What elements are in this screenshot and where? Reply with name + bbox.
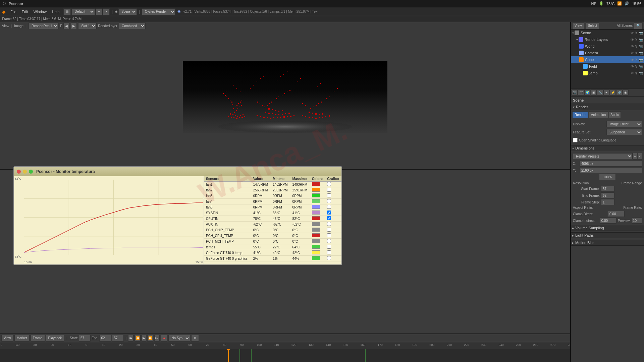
scene-props-btn[interactable]: 🎬 [578,89,584,96]
sensor-check[interactable] [325,222,341,227]
select-btn[interactable]: Select [586,22,600,29]
sensor-check[interactable] [325,227,341,233]
sensor-row[interactable]: SYSTIN41°C38°C41°C [204,210,341,216]
outliner-renderlayers[interactable]: ▾ RenderLayers 👁 🖱 📷 [571,36,644,43]
render-result-select[interactable]: Render Result [29,22,59,29]
layout-btn[interactable]: ⊞ [63,8,71,15]
sensor-row[interactable]: temp155°C22°C64°C [204,244,341,250]
prev-key-btn[interactable]: ⏪ [135,335,141,342]
sensor-row[interactable]: PCH_CHIP_TEMP0°C0°C0°C [204,227,341,233]
render-section-header[interactable]: ▾ Render [571,104,644,110]
sensor-row[interactable]: PCH_CPU_TEMP0°C0°C0°C [204,233,341,239]
play-start-btn[interactable]: ⏮ [128,335,133,342]
light-paths-header[interactable]: ▸ Light Paths [571,232,644,238]
render-engine-select[interactable]: Cycles Render [142,8,175,15]
preview-input[interactable] [632,218,642,224]
play-btn[interactable]: ▶ [142,335,146,342]
modifier-props-btn[interactable]: 🔧 [597,89,603,96]
res-pct-input[interactable] [599,174,616,180]
scene-select[interactable]: Scene [118,8,137,15]
render-props-btn[interactable]: 📷 [572,89,578,96]
sensor-row[interactable]: AUXTIN-62°C-62°C-62°C [204,222,341,227]
prev-frame-btn[interactable]: ◀ [63,22,69,29]
sensor-row[interactable]: GeForce GT 740 0 graphics2%1%44% [204,256,341,261]
sensor-row[interactable]: GeForce GT 740 0 temp41°C40°C42°C [204,250,341,256]
material-props-btn[interactable]: ◉ [623,89,629,96]
outliner-camera[interactable]: Camera 👁 🖱 📷 [571,50,644,56]
timeline-view-btn[interactable]: View [1,335,13,342]
end-frame-input[interactable] [99,335,111,342]
timeline-marker-btn[interactable]: Marker [14,335,30,342]
timeline-playback-btn[interactable]: Playback [46,335,64,342]
osl-checkbox[interactable] [573,138,578,142]
sensor-check[interactable] [325,244,341,250]
sensor-check[interactable] [325,233,341,239]
menu-window[interactable]: Window [31,7,49,16]
display-select[interactable]: Image Editor [606,121,642,127]
pass-select[interactable]: Combined [119,22,146,29]
clamp-direct-input[interactable] [608,211,625,217]
sensor-check[interactable] [325,216,341,222]
particles-props-btn[interactable]: ✦ [603,89,609,96]
outliner-lamp[interactable]: Lamp 👁 🖱 📷 [571,70,644,76]
sensor-check[interactable] [325,239,341,244]
sync-btn[interactable]: ⚙ [191,335,199,342]
sensor-check[interactable] [325,210,341,216]
start-frame-prop[interactable] [601,186,614,192]
search-btn[interactable]: 🔍 [634,22,643,29]
minimize-btn[interactable] [23,170,27,174]
sensor-row[interactable]: fan40RPM0RPM0RPM [204,199,341,204]
constraints-props-btn[interactable]: 🔗 [616,89,622,96]
presets-del-btn[interactable]: × [637,153,642,160]
res-x-input[interactable] [580,161,642,167]
sensor-check[interactable] [325,250,341,256]
view-btn[interactable]: View [572,22,584,29]
volume-sampling-header[interactable]: ▸ Volume Sampling [571,225,644,231]
outliner-cube[interactable]: Cube | 👁 🖱 📷 [571,56,644,63]
play-end-btn[interactable]: ⏭ [154,335,160,342]
psensor-window[interactable]: Psensor - Monitor temperatura 82°C 38°C … [13,166,342,265]
sensor-row[interactable]: fan22566RPM2351RPM2591RPM [204,187,341,193]
obj-props-btn[interactable]: ▣ [591,89,597,96]
end-frame-prop[interactable] [601,192,614,198]
close-btn[interactable] [17,170,21,174]
outliner-scene[interactable]: ▾ Scene 👁 🖱 📷 [571,29,644,36]
feature-set-select[interactable]: Supported [606,129,642,135]
menu-help[interactable]: Help [49,7,62,16]
sensor-row[interactable]: fan30RPM0RPM0RPM [204,193,341,199]
sensor-check[interactable] [325,199,341,204]
sensor-check[interactable] [325,256,341,261]
dimensions-header[interactable]: ▾ Dimensions [571,145,644,151]
sensor-check[interactable] [325,193,341,199]
sensor-row[interactable]: fan50RPM0RPM0RPM [204,204,341,210]
minus-btn[interactable]: × [103,8,110,15]
menu-file[interactable]: File [8,7,19,16]
start-frame-input[interactable] [79,335,91,342]
record-btn[interactable]: ● [161,335,167,342]
sensor-check[interactable] [325,187,341,193]
render-presets-select[interactable]: Render Presets [573,153,633,159]
menu-edit[interactable]: Edit [19,7,31,16]
frame-step-prop[interactable] [601,199,614,205]
physics-props-btn[interactable]: ⚡ [610,89,616,96]
motion-blur-header[interactable]: ▸ Motion Blur [571,240,644,246]
res-y-input[interactable] [580,167,642,173]
maximize-btn[interactable] [29,170,33,174]
sensor-row[interactable]: PCH_MCH_TEMP0°C0°C0°C [204,239,341,244]
sensor-check[interactable] [325,182,341,187]
clamp-indirect-input[interactable] [600,218,616,224]
slot-select[interactable]: Slot 1 [78,22,97,29]
sync-select[interactable]: No Sync [168,335,190,342]
sensor-check[interactable] [325,204,341,210]
render-tab[interactable]: Render [572,111,588,118]
current-frame-input[interactable] [112,335,124,342]
timeline-frame-btn[interactable]: Frame [31,335,45,342]
audio-tab[interactable]: Audio [609,111,621,118]
presets-add-btn[interactable]: + [633,153,637,160]
add-btn[interactable]: + [96,8,102,15]
sensor-row[interactable]: fan11475RPM1462RPM1493RPM [204,182,341,187]
animation-tab[interactable]: Animation [589,111,608,118]
sensor-row[interactable]: CPUTIN78°C45°C82°C [204,216,341,222]
outliner-world[interactable]: World 👁 🖱 📷 [571,43,644,50]
engine-select[interactable]: Default [71,8,95,15]
